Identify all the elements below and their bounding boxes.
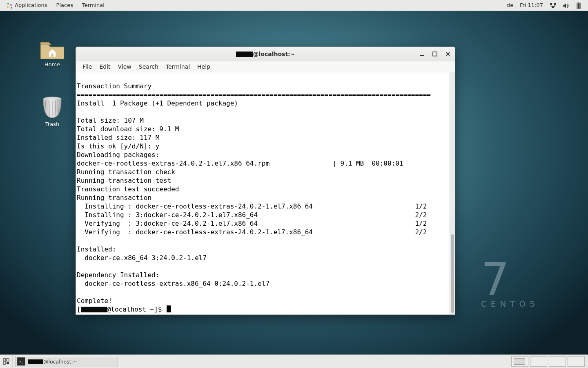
workspace-3[interactable] — [549, 356, 566, 367]
places-menu[interactable]: Places — [52, 0, 77, 11]
show-desktop-icon — [3, 358, 9, 365]
taskbar-item-terminal[interactable]: >_ @localhost:~ — [15, 356, 118, 367]
svg-rect-5 — [554, 3, 556, 5]
taskbar-item-text: @localhost:~ — [43, 359, 77, 365]
window-controls — [417, 47, 452, 61]
keyboard-layout-indicator[interactable]: de — [503, 0, 517, 11]
svg-rect-0 — [51, 54, 53, 56]
battery-indicator[interactable] — [572, 0, 585, 11]
show-desktop-button[interactable] — [0, 355, 13, 368]
menu-terminal[interactable]: Terminal — [163, 61, 193, 72]
close-button[interactable] — [443, 49, 452, 58]
menu-file[interactable]: File — [79, 61, 95, 72]
desktop-background: 7 CENTOS Home — [0, 11, 588, 355]
terminal-output[interactable]: Transaction Summary ====================… — [76, 72, 455, 314]
desktop-icon-label: Home — [36, 61, 69, 67]
terminal-icon: >_ — [17, 357, 25, 366]
minimize-button[interactable] — [417, 49, 426, 58]
terminal-menubar: File Edit View Search Terminal Help — [76, 61, 455, 72]
folder-home-icon — [38, 31, 67, 60]
svg-rect-11 — [7, 359, 9, 361]
bottom-panel: >_ @localhost:~ — [0, 355, 588, 368]
workspace-1[interactable] — [511, 356, 528, 367]
svg-rect-10 — [3, 359, 6, 361]
svg-rect-4 — [550, 3, 552, 5]
network-indicator[interactable] — [546, 0, 559, 11]
network-icon — [550, 3, 556, 9]
top-panel: Applications Places Terminal de Fri 11:0… — [0, 0, 588, 11]
svg-rect-9 — [578, 4, 580, 8]
maximize-button[interactable] — [430, 49, 439, 58]
workspace-2[interactable] — [530, 356, 547, 367]
menu-help[interactable]: Help — [194, 61, 214, 72]
watermark-seven: 7 — [481, 257, 539, 302]
workspace-switcher — [511, 356, 588, 367]
menu-view[interactable]: View — [115, 61, 135, 72]
terminal-scrollbar[interactable] — [450, 72, 455, 314]
sound-indicator[interactable] — [559, 0, 572, 11]
applications-menu[interactable]: Applications — [2, 0, 51, 11]
taskbar-item-label: @localhost:~ — [28, 359, 77, 365]
clock[interactable]: Fri 11:07 — [517, 0, 546, 11]
terminal-body: Transaction Summary ====================… — [76, 72, 455, 314]
sound-icon — [563, 3, 569, 9]
menu-edit[interactable]: Edit — [96, 61, 114, 72]
redacted-username-icon — [236, 52, 253, 57]
trash-icon — [38, 91, 67, 119]
terminal-window: @localhost:~ File Edit View Search Termi… — [76, 47, 455, 315]
desktop-icon-label: Trash — [36, 121, 69, 127]
svg-rect-13 — [7, 362, 9, 364]
svg-rect-12 — [3, 362, 6, 364]
window-title-text: @localhost:~ — [253, 51, 295, 57]
desktop-icon-home[interactable]: Home — [36, 31, 69, 67]
menu-search[interactable]: Search — [136, 61, 162, 72]
window-title: @localhost:~ — [236, 51, 295, 57]
centos-watermark: 7 CENTOS — [481, 257, 539, 308]
workspace-4[interactable] — [568, 356, 585, 367]
battery-icon — [576, 2, 581, 9]
applications-label: Applications — [15, 2, 47, 8]
redacted-username-icon — [28, 359, 43, 364]
desktop-icon-trash[interactable]: Trash — [36, 91, 69, 127]
svg-rect-8 — [578, 2, 579, 3]
terminal-cursor — [167, 305, 171, 312]
redacted-username-icon — [81, 307, 107, 312]
titlebar[interactable]: @localhost:~ — [76, 47, 455, 61]
svg-rect-3 — [433, 52, 437, 56]
active-app-menu[interactable]: Terminal — [78, 0, 109, 11]
svg-rect-2 — [420, 55, 424, 56]
scrollbar-thumb[interactable] — [451, 234, 454, 313]
watermark-label: CENTOS — [481, 300, 539, 308]
gnome-apps-icon — [7, 3, 12, 9]
